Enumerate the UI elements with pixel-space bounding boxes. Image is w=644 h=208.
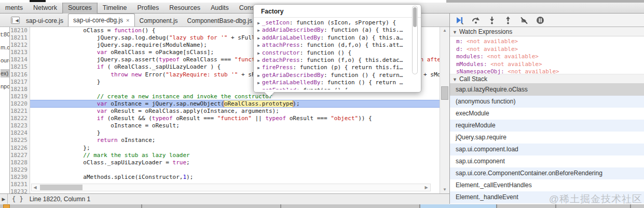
line-number[interactable]: 18217 xyxy=(10,79,30,86)
line-number[interactable]: 18222 xyxy=(10,115,30,122)
code-line[interactable]: 18222 if (oResult && (typeof oResult ===… xyxy=(10,115,440,122)
popup-property[interactable]: ▶getEnabled: function () { xyxy=(257,87,409,89)
expand-property-icon[interactable]: ▶ xyxy=(257,43,260,48)
code-line[interactable]: 18225 return oInstance; xyxy=(10,137,440,144)
line-number[interactable]: 18224 xyxy=(10,129,30,137)
popup-scroll-thumb[interactable] xyxy=(413,7,417,27)
line-number[interactable]: 18210 xyxy=(10,27,30,34)
popup-property[interactable]: ▶attachPress: function (d,f,o) { this.at… xyxy=(257,42,409,49)
watch-expression-row[interactable]: mModules: <not available> xyxy=(456,61,644,69)
file-tab-ComponentBase-dbg.js[interactable]: ComponentBase-dbg.js xyxy=(183,15,257,27)
line-number[interactable]: 18228 xyxy=(10,159,30,166)
panel-tab-audits[interactable]: Audits xyxy=(205,3,234,14)
expand-property-icon[interactable]: ▶ xyxy=(257,51,260,56)
line-number[interactable]: 18225 xyxy=(10,137,30,144)
show-navigator-icon[interactable]: ▏◀ xyxy=(11,17,20,24)
call-stack-frame[interactable]: sap.ui.component xyxy=(450,155,644,167)
code-line[interactable]: 18230 aMethods.splice(iConstructor,1); xyxy=(10,174,440,181)
line-number[interactable]: 18226 xyxy=(10,145,30,152)
panel-tab-resources[interactable]: Resources xyxy=(164,3,205,14)
line-number[interactable]: 18220 xyxy=(10,100,30,108)
scroll-left-icon[interactable]: ◀ xyxy=(32,185,38,190)
horizontal-scroll-thumb[interactable] xyxy=(40,185,83,190)
close-tab-icon[interactable]: × xyxy=(126,17,129,23)
call-stack-frame[interactable]: execModule xyxy=(450,108,644,120)
line-number[interactable]: 18219 xyxy=(10,93,30,100)
watch-expressions-header[interactable]: ▼Watch Expressions xyxy=(450,27,644,36)
expand-property-icon[interactable]: ▶ xyxy=(257,88,260,89)
popup-property[interactable]: ▶firePress: function (p) { return this.f… xyxy=(257,64,409,71)
navigator-sliver[interactable]: t:80m.oourcex)npo xyxy=(0,27,10,193)
code-line[interactable]: 18229 xyxy=(10,166,440,174)
taskbar-window-button[interactable] xyxy=(419,204,497,208)
panel-tab-network[interactable]: Network xyxy=(28,3,62,14)
pretty-print-button[interactable]: { } xyxy=(12,196,23,203)
step-over-icon[interactable] xyxy=(471,16,480,24)
line-number[interactable]: 18211 xyxy=(10,34,30,42)
line-number[interactable]: 18218 xyxy=(10,86,30,93)
expand-navigator-icon[interactable]: ▶ xyxy=(0,197,7,202)
line-number[interactable]: 18229 xyxy=(10,166,30,174)
vertical-scroll-thumb[interactable] xyxy=(441,86,448,100)
expand-property-icon[interactable]: ▶ xyxy=(257,28,260,33)
editor-vertical-scrollbar[interactable]: ▲ ▼ xyxy=(440,27,449,193)
scroll-right-icon[interactable]: ▶ xyxy=(423,185,430,190)
code-line[interactable]: 18219 // create a new instance and invok… xyxy=(10,93,440,100)
line-number[interactable]: 18215 xyxy=(10,63,30,71)
taskbar-app-icon[interactable] xyxy=(3,204,10,208)
popup-property[interactable]: ▶constructor: function () { xyxy=(257,49,409,57)
line-number[interactable]: 18232 xyxy=(10,188,30,193)
scroll-down-icon[interactable]: ▼ xyxy=(440,186,449,193)
call-stack-frame[interactable]: sap.ui.lazyRequire.oClass xyxy=(450,84,644,96)
watch-expression-row[interactable]: m: <not available> xyxy=(456,38,644,46)
step-out-icon[interactable] xyxy=(503,16,512,24)
popup-property[interactable]: ▶_setIcon: function (sIcon, sProperty) { xyxy=(257,19,409,27)
expand-property-icon[interactable]: ▶ xyxy=(257,81,260,85)
call-stack-frame[interactable]: requireModule xyxy=(450,120,644,132)
code-line[interactable]: 18228 oClass._sapUiLazyLoader = true; xyxy=(10,159,440,166)
call-stack-frame[interactable]: jQuery.sap.require xyxy=(450,132,644,144)
code-line[interactable]: 18226 }; xyxy=(10,145,440,152)
pause-on-exceptions-icon[interactable] xyxy=(536,16,544,24)
navigator-file-item[interactable]: t:80 xyxy=(1,30,9,38)
navigator-file-item[interactable]: ourc xyxy=(1,56,9,64)
expand-property-icon[interactable]: ▶ xyxy=(257,58,260,63)
scroll-up-icon[interactable]: ▲ xyxy=(440,27,449,34)
code-line[interactable]: 18224 } xyxy=(10,129,440,137)
popup-property[interactable]: ▶getAriaDescribedBy: function () { retur… xyxy=(257,72,409,79)
code-line[interactable]: 18221 var oResult = oRealClass.apply(oIn… xyxy=(10,108,440,115)
line-number[interactable]: 18214 xyxy=(10,56,30,63)
line-number[interactable]: 18227 xyxy=(10,152,30,159)
popup-property[interactable]: ▶detachPress: function (f,o) { this.deta… xyxy=(257,57,409,64)
file-tab-Component.js[interactable]: Component.js xyxy=(135,15,183,27)
navigator-file-item[interactable]: ex) xyxy=(1,69,9,77)
expand-property-icon[interactable]: ▶ xyxy=(257,21,260,25)
navigator-file-item[interactable]: m.o xyxy=(1,43,9,51)
editor-horizontal-scrollbar[interactable]: ◀ ▶ xyxy=(31,184,431,191)
call-stack-frame[interactable]: (anonymous function) xyxy=(450,96,644,108)
popup-property[interactable]: ▶getAriaLabelledBy: function () { return… xyxy=(257,79,409,86)
line-number[interactable]: 18221 xyxy=(10,108,30,115)
panel-tab-timeline[interactable]: Timeline xyxy=(98,3,132,14)
deactivate-breakpoints-icon[interactable] xyxy=(519,16,528,24)
line-number[interactable]: 18212 xyxy=(10,42,30,49)
panel-tab-sources[interactable]: Sources xyxy=(62,3,98,14)
popup-property[interactable]: ▶addAriaLabelledBy: function (a) { this.… xyxy=(257,34,409,42)
step-into-icon[interactable] xyxy=(487,16,496,24)
line-number[interactable]: 18231 xyxy=(10,181,30,188)
expand-property-icon[interactable]: ▶ xyxy=(257,73,260,78)
resume-icon[interactable] xyxy=(455,16,464,24)
popup-property[interactable]: ▶addAriaDescribedBy: function (a) { this… xyxy=(257,27,409,34)
file-tab-sap-ui-core-dbg.js[interactable]: sap-ui-core-dbg.js× xyxy=(68,14,134,27)
line-number[interactable]: 18213 xyxy=(10,49,30,56)
panel-tab-profiles[interactable]: Profiles xyxy=(132,3,165,14)
line-number[interactable]: 18223 xyxy=(10,122,30,129)
navigator-file-item[interactable]: npo xyxy=(1,82,9,90)
code-line[interactable]: 18227 // mark the stub as lazy loader xyxy=(10,152,440,159)
popup-scrollbar[interactable] xyxy=(412,6,418,74)
watch-expression-row[interactable]: d: <not available> xyxy=(456,46,644,54)
code-line[interactable]: 18223 oInstance = oResult; xyxy=(10,122,440,129)
panel-tab-ments[interactable]: ments xyxy=(0,3,28,14)
file-tab-sap-ui-core.js[interactable]: sap-ui-core.js xyxy=(21,15,68,27)
call-stack-frame[interactable]: sap.ui.component.load xyxy=(450,144,644,155)
